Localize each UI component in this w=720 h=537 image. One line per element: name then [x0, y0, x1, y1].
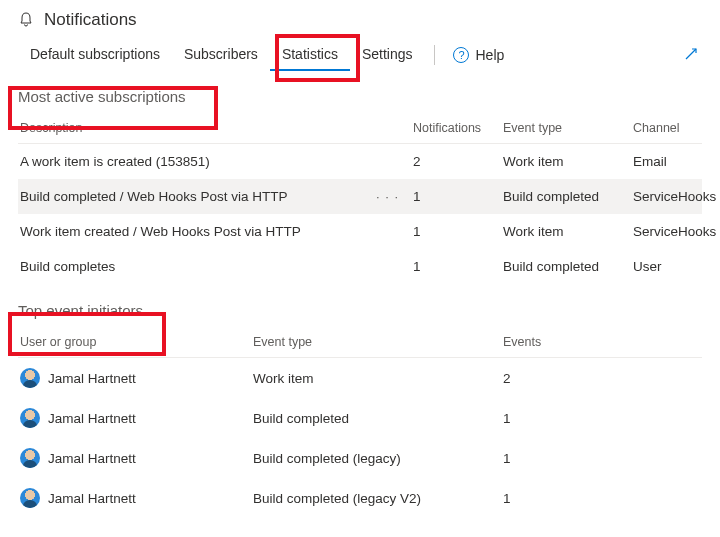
col-description[interactable]: Description [18, 121, 413, 135]
table-row[interactable]: Build completes1Build completedUser [18, 249, 702, 284]
tab-statistics[interactable]: Statistics [270, 40, 350, 70]
row-event-type: Build completed [253, 411, 503, 426]
initiators-table-header: User or group Event type Events [18, 327, 702, 358]
page-header: Notifications [0, 0, 720, 34]
help-label: Help [475, 47, 504, 63]
col-event-type[interactable]: Event type [253, 335, 503, 349]
row-events: 1 [503, 451, 702, 466]
table-row[interactable]: Work item created / Web Hooks Post via H… [18, 214, 702, 249]
table-row[interactable]: Jamal HartnettBuild completed (legacy)1 [18, 438, 702, 478]
tab-subscribers[interactable]: Subscribers [172, 40, 270, 70]
avatar [20, 448, 40, 468]
col-notifications[interactable]: Notifications [413, 121, 503, 135]
row-channel: Email [633, 154, 702, 169]
col-channel[interactable]: Channel [633, 121, 702, 135]
more-icon[interactable]: · · · [376, 189, 399, 204]
row-channel: User [633, 259, 702, 274]
row-user: Jamal Hartnett [48, 371, 136, 386]
row-notifications: 1 [413, 259, 503, 274]
avatar [20, 488, 40, 508]
row-event-type: Build completed (legacy) [253, 451, 503, 466]
divider [434, 45, 435, 65]
row-user: Jamal Hartnett [48, 451, 136, 466]
avatar [20, 368, 40, 388]
row-notifications: 1 [413, 189, 503, 204]
row-events: 2 [503, 371, 702, 386]
table-row[interactable]: A work item is created (153851)2Work ite… [18, 144, 702, 179]
row-event-type: Build completed (legacy V2) [253, 491, 503, 506]
row-event-type: Build completed [503, 189, 633, 204]
row-channel: ServiceHooks [633, 224, 716, 239]
row-notifications: 1 [413, 224, 503, 239]
col-events[interactable]: Events [503, 335, 702, 349]
tab-settings[interactable]: Settings [350, 40, 425, 70]
section-heading-initiators: Top event initiators [18, 284, 702, 327]
subscriptions-table-header: Description Notifications Event type Cha… [18, 113, 702, 144]
row-event-type: Work item [503, 154, 633, 169]
help-icon: ? [453, 47, 469, 63]
col-user[interactable]: User or group [18, 335, 253, 349]
table-row[interactable]: Jamal HartnettBuild completed (legacy V2… [18, 478, 702, 518]
section-heading-subscriptions: Most active subscriptions [18, 70, 702, 113]
row-event-type: Work item [503, 224, 633, 239]
table-row[interactable]: Jamal HartnettBuild completed1 [18, 398, 702, 438]
col-event-type[interactable]: Event type [503, 121, 633, 135]
tabs: Default subscriptions Subscribers Statis… [0, 34, 720, 70]
row-events: 1 [503, 411, 702, 426]
row-events: 1 [503, 491, 702, 506]
row-notifications: 2 [413, 154, 503, 169]
row-channel: ServiceHooks [633, 189, 716, 204]
expand-icon[interactable] [680, 43, 702, 68]
avatar [20, 408, 40, 428]
page-title: Notifications [44, 10, 137, 30]
bell-icon [18, 11, 34, 30]
row-event-type: Work item [253, 371, 503, 386]
row-event-type: Build completed [503, 259, 633, 274]
tab-default-subscriptions[interactable]: Default subscriptions [18, 40, 172, 70]
table-row[interactable]: Build completed / Web Hooks Post via HTT… [18, 179, 702, 214]
row-description: Work item created / Web Hooks Post via H… [20, 224, 301, 239]
row-user: Jamal Hartnett [48, 491, 136, 506]
row-description: A work item is created (153851) [20, 154, 210, 169]
help-link[interactable]: ? Help [445, 41, 512, 69]
table-row[interactable]: Jamal HartnettWork item2 [18, 358, 702, 398]
row-description: Build completed / Web Hooks Post via HTT… [20, 189, 288, 204]
row-user: Jamal Hartnett [48, 411, 136, 426]
row-description: Build completes [20, 259, 115, 274]
